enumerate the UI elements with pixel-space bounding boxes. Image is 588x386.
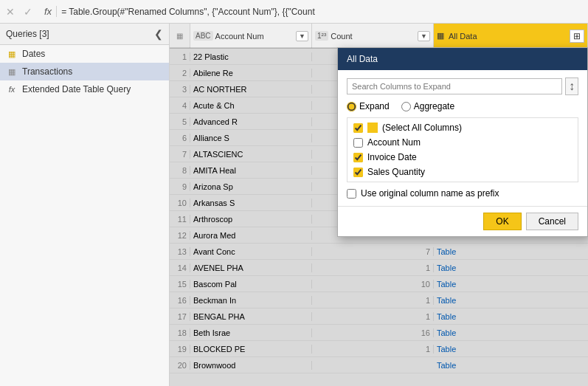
- modal-body: ↕ Expand Aggregate: [338, 70, 587, 206]
- col-all-data-label: All Data: [449, 32, 477, 41]
- modal-footer: OK Cancel: [338, 206, 587, 236]
- col-count-label: Count: [331, 32, 352, 41]
- formula-bar-icons: ✕ ✓: [3, 4, 35, 19]
- col-header-rownum: ▦: [170, 24, 190, 48]
- sidebar-item-dates-label: Dates: [22, 49, 45, 59]
- app-container: ✕ ✓ fx = Table.Group(#"Renamed Columns",…: [0, 0, 588, 386]
- column-headers: ▦ ABC Account Num ▼ 1²³ Count ▼ ▦ All Da…: [170, 24, 588, 49]
- sidebar-item-transactions-label: Transactions: [22, 66, 72, 77]
- modal-title: All Data: [347, 54, 378, 64]
- fx-label: fx: [41, 6, 57, 17]
- row-num-icon: ▦: [176, 32, 183, 40]
- column-item-sales-quantity[interactable]: Sales Quantity: [350, 165, 575, 179]
- use-prefix-option[interactable]: Use original column name as prefix: [347, 188, 578, 199]
- account-num-checkbox[interactable]: [353, 138, 363, 148]
- col-all-data-table-icon: ▦: [437, 31, 444, 41]
- formula-bar: ✕ ✓ fx = Table.Group(#"Renamed Columns",…: [0, 0, 588, 24]
- confirm-formula-icon[interactable]: ✓: [21, 4, 35, 19]
- search-columns-input[interactable]: [347, 78, 562, 94]
- cancel-formula-icon[interactable]: ✕: [3, 4, 18, 19]
- expand-radio-option[interactable]: Expand: [347, 101, 390, 111]
- ok-button[interactable]: OK: [483, 213, 521, 230]
- sidebar-title: Queries [3]: [6, 29, 49, 39]
- aggregate-radio-option[interactable]: Aggregate: [401, 101, 454, 111]
- expand-radio-input[interactable]: [347, 102, 356, 111]
- account-num-col-label: Account Num: [367, 137, 421, 148]
- sidebar-item-extended[interactable]: fx Extended Date Table Query: [0, 80, 169, 98]
- column-item-select-all[interactable]: (Select All Columns): [350, 121, 575, 134]
- col-expand-icon[interactable]: ⊞: [570, 30, 584, 43]
- sidebar-items-list: ▦ Dates ▦ Transactions fx Extended Date …: [0, 45, 169, 386]
- aggregate-radio-label: Aggregate: [414, 101, 454, 111]
- cancel-button[interactable]: Cancel: [526, 213, 578, 230]
- fx-icon: fx: [6, 85, 18, 94]
- calendar-icon: ▦: [6, 49, 18, 59]
- invoice-date-col-label: Invoice Date: [367, 152, 417, 162]
- col-type-abc: ABC: [193, 31, 213, 41]
- sidebar-item-dates[interactable]: ▦ Dates: [0, 45, 169, 63]
- sidebar-collapse-icon[interactable]: ❮: [154, 28, 163, 40]
- col-header-account-num[interactable]: ABC Account Num ▼: [190, 24, 312, 48]
- sort-columns-icon[interactable]: ↕: [565, 77, 578, 95]
- column-item-account-num[interactable]: Account Num: [350, 136, 575, 149]
- select-all-checkbox[interactable]: [353, 123, 363, 133]
- main-area: Queries [3] ❮ ▦ Dates ▦ Transactions fx …: [0, 24, 588, 386]
- column-table-icon: [367, 123, 378, 133]
- modal-header: All Data: [338, 48, 587, 70]
- use-prefix-label: Use original column name as prefix: [361, 188, 499, 199]
- search-row: ↕: [347, 77, 578, 95]
- sidebar-item-extended-label: Extended Date Table Query: [22, 84, 131, 94]
- sidebar-header: Queries [3] ❮: [0, 24, 169, 45]
- formula-text: = Table.Group(#"Renamed Columns", {"Acco…: [61, 7, 585, 17]
- column-item-invoice-date[interactable]: Invoice Date: [350, 151, 575, 164]
- sales-quantity-checkbox[interactable]: [353, 168, 363, 177]
- col-header-all-data[interactable]: ▦ All Data ⊞: [434, 24, 588, 48]
- column-list: (Select All Columns) Account Num Invoice…: [347, 117, 578, 182]
- aggregate-radio-input[interactable]: [401, 102, 411, 111]
- expand-radio-label: Expand: [359, 101, 390, 111]
- sidebar-item-transactions[interactable]: ▦ Transactions: [0, 63, 169, 80]
- col-account-num-label: Account Num: [215, 32, 264, 41]
- col-header-count[interactable]: 1²³ Count ▼: [312, 24, 434, 48]
- expand-modal-overlay: All Data ↕ Expand: [170, 47, 588, 386]
- expand-modal-dialog: All Data ↕ Expand: [337, 47, 588, 237]
- queries-panel: Queries [3] ❮ ▦ Dates ▦ Transactions fx …: [0, 24, 170, 386]
- radio-group: Expand Aggregate: [347, 101, 578, 111]
- col-count-dropdown[interactable]: ▼: [418, 31, 430, 41]
- col-type-123: 1²³: [315, 31, 328, 41]
- col-account-num-dropdown[interactable]: ▼: [296, 31, 308, 41]
- invoice-date-checkbox[interactable]: [353, 153, 363, 162]
- use-prefix-checkbox[interactable]: [347, 189, 356, 199]
- sales-quantity-col-label: Sales Quantity: [367, 167, 425, 177]
- select-all-label: (Select All Columns): [382, 123, 462, 133]
- table-icon: ▦: [6, 67, 18, 77]
